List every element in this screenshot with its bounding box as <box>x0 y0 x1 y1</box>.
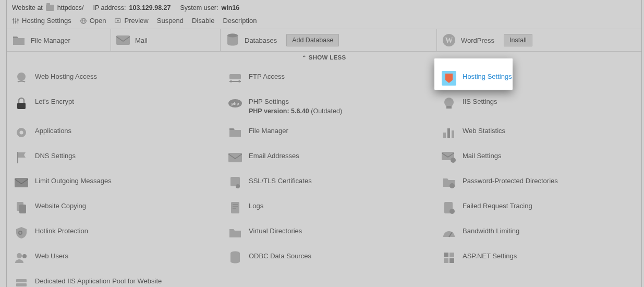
folder-large-icon <box>12 33 26 47</box>
tool-failed-request[interactable]: Failed Request Tracing <box>440 195 644 220</box>
tool-password-dirs[interactable]: Password-Protected Directories <box>440 170 644 195</box>
database-icon <box>226 33 239 47</box>
tool-hosting-settings[interactable]: Hosting Settings <box>440 66 644 91</box>
add-database-button[interactable]: Add Database <box>286 34 339 46</box>
tool-dns-settings[interactable]: DNS Settings <box>12 145 226 170</box>
svg-rect-24 <box>452 130 454 138</box>
card-mail[interactable]: Mail <box>111 29 221 51</box>
tool-web-hosting-access[interactable]: Web Hosting Access <box>12 66 226 91</box>
envelope-icon <box>228 150 242 165</box>
tool-odbc[interactable]: ODBC Data Sources <box>226 245 440 270</box>
show-less-toggle[interactable]: ⌃SHOW LESS <box>7 52 641 64</box>
globe-hand-icon <box>14 71 29 86</box>
tool-php-settings[interactable]: php PHP Settings PHP version: 5.6.40 (Ou… <box>226 91 440 120</box>
envelope-icon <box>116 33 130 47</box>
svg-point-31 <box>236 184 240 188</box>
database-small-icon <box>228 250 242 265</box>
open-link[interactable]: Open <box>80 17 106 25</box>
svg-point-2 <box>17 19 19 20</box>
tool-file-manager[interactable]: File Manager <box>226 120 440 145</box>
tool-iis-pool[interactable]: Dedicated IIS Application Pool for Websi… <box>12 270 226 287</box>
tool-bandwidth-limiting[interactable]: Bandwidth Limiting <box>440 220 644 245</box>
svg-rect-15 <box>17 103 26 109</box>
svg-point-5 <box>117 19 119 21</box>
folder-lock-icon <box>442 175 456 190</box>
hosting-settings-link[interactable]: Hosting Settings <box>12 17 71 25</box>
tool-applications[interactable]: Applications <box>12 120 226 145</box>
install-wordpress-button[interactable]: Install <box>504 34 532 46</box>
bar-chart-icon <box>442 125 456 140</box>
tool-lets-encrypt[interactable]: Let's Encrypt <box>12 91 226 120</box>
svg-text:W: W <box>445 36 453 44</box>
tool-email-addresses[interactable]: Email Addresses <box>226 145 440 170</box>
tool-web-statistics[interactable]: Web Statistics <box>440 120 644 145</box>
svg-point-28 <box>451 158 456 163</box>
svg-rect-25 <box>17 152 18 163</box>
svg-rect-6 <box>116 35 130 45</box>
svg-point-0 <box>13 18 14 20</box>
disable-link[interactable]: Disable <box>192 17 214 25</box>
svg-rect-23 <box>447 128 450 138</box>
svg-point-8 <box>227 34 238 38</box>
svg-point-21 <box>20 131 23 135</box>
envelope-gear-icon <box>442 150 456 165</box>
svg-rect-46 <box>16 283 27 286</box>
svg-rect-26 <box>228 153 242 162</box>
tool-aspnet[interactable]: ASP.NET Settings <box>440 245 644 270</box>
svg-rect-34 <box>19 205 26 213</box>
svg-point-32 <box>449 183 455 188</box>
certificate-icon <box>228 175 242 190</box>
svg-rect-19 <box>446 106 452 109</box>
system-user: System user: win16 <box>180 4 240 11</box>
svg-point-13 <box>230 80 232 82</box>
svg-rect-35 <box>231 202 239 213</box>
svg-point-14 <box>238 80 240 82</box>
tool-limit-outgoing[interactable]: Limit Outgoing Messages <box>12 170 226 195</box>
tool-hotlink-protection[interactable]: Hotlink Protection <box>12 220 226 245</box>
folder-icon <box>46 5 54 11</box>
envelope-stop-icon <box>14 175 29 190</box>
tool-virtual-directories[interactable]: Virtual Directories <box>226 220 440 245</box>
tool-logs[interactable]: Logs <box>226 195 440 220</box>
chain-shield-icon <box>14 225 29 240</box>
tool-mail-settings[interactable]: Mail Settings <box>440 145 644 170</box>
tool-website-copying[interactable]: Website Copying <box>12 195 226 220</box>
svg-rect-44 <box>449 258 454 263</box>
tool-web-users[interactable]: Web Users <box>12 245 226 270</box>
domain-panel: Website at httpdocs/ IP address: 103.129… <box>6 0 642 287</box>
folder-icon <box>228 125 242 140</box>
svg-point-38 <box>17 253 22 258</box>
preview-link[interactable]: Preview <box>114 17 148 25</box>
svg-rect-43 <box>444 258 448 263</box>
card-wordpress: W WordPress Install <box>437 29 640 51</box>
globe-icon <box>80 17 87 25</box>
wordpress-icon: W <box>442 33 456 47</box>
tool-ftp-access[interactable]: FTP Access <box>226 66 440 91</box>
server-icon <box>14 276 29 287</box>
tool-ssl[interactable]: SSL/TLS Certificates <box>226 170 440 195</box>
svg-rect-45 <box>16 279 27 282</box>
svg-rect-12 <box>229 74 241 79</box>
tool-iis-settings[interactable]: IIS Settings <box>440 91 644 120</box>
iis-icon <box>442 96 456 111</box>
users-icon <box>14 250 29 265</box>
gear-icon <box>14 125 29 140</box>
svg-text:php: php <box>232 101 239 106</box>
svg-rect-42 <box>449 253 454 257</box>
ftp-icon <box>228 71 242 86</box>
svg-point-18 <box>444 98 454 107</box>
lock-icon <box>14 96 29 111</box>
card-file-manager[interactable]: File Manager <box>7 29 111 51</box>
website-path: Website at httpdocs/ <box>12 4 84 11</box>
suspend-link[interactable]: Suspend <box>157 17 184 25</box>
ip-address: IP address: 103.129.98.27 <box>93 4 171 11</box>
info-row: Website at httpdocs/ IP address: 103.129… <box>7 0 641 16</box>
eye-icon <box>114 17 121 25</box>
document-x-icon <box>442 200 456 215</box>
description-link[interactable]: Description <box>223 17 257 25</box>
svg-point-37 <box>449 209 455 214</box>
shield-icon <box>442 71 456 86</box>
svg-point-11 <box>17 73 26 81</box>
svg-point-39 <box>22 254 27 258</box>
chevron-up-icon: ⌃ <box>302 55 306 61</box>
